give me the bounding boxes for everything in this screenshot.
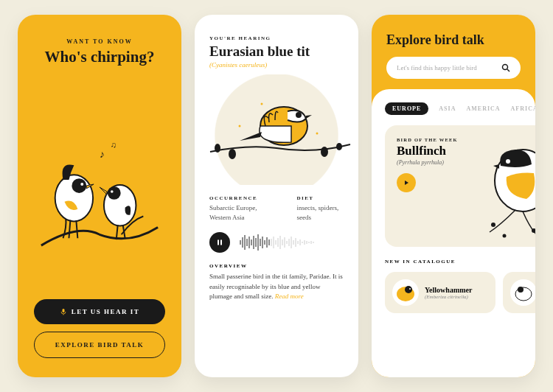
svg-point-11: [321, 147, 328, 157]
bird-thumbnail: [510, 279, 535, 306]
diet-label: DIET: [296, 195, 344, 201]
svg-point-1: [72, 178, 86, 193]
eyebrow: YOU'RE HEARING: [209, 35, 344, 41]
search-icon: [501, 63, 510, 72]
read-more-link[interactable]: Read more: [275, 293, 304, 300]
tab-europe[interactable]: EUROPE: [385, 102, 428, 115]
svg-rect-8: [62, 309, 64, 312]
birds-illustration: ♪ ♫: [34, 75, 165, 299]
svg-point-58: [491, 223, 495, 227]
play-icon: [403, 179, 410, 186]
screen-onboarding: WANT TO KNOW Who's chirping? ♪ ♫: [18, 15, 181, 377]
screen-explore: Explore bird talk Let's find this happy …: [372, 15, 535, 377]
bird-of-the-week-card[interactable]: BIRD OF THE WEEK Bullfinch (Pyrrhula pyr…: [385, 125, 535, 247]
svg-point-14: [296, 112, 302, 118]
listen-button-label: LET US HEAR IT: [72, 308, 140, 315]
pause-icon: [216, 239, 223, 246]
svg-point-17: [239, 125, 241, 127]
tab-africa[interactable]: AFRICA: [511, 102, 535, 115]
search-placeholder: Let's find this happy little bird: [397, 64, 477, 71]
mic-icon: [60, 308, 67, 315]
bird-name: Eurasian blue tit: [209, 43, 344, 60]
occurrence-value: Subarctic Europe, Western Asia: [209, 203, 277, 222]
svg-point-15: [261, 103, 263, 105]
card-scientific: (Emberiza citrinella): [425, 294, 472, 300]
bird-illustration: [195, 74, 358, 185]
tab-america[interactable]: AMERICA: [466, 102, 500, 115]
svg-rect-18: [218, 240, 219, 245]
svg-text:♫: ♫: [111, 140, 116, 149]
svg-point-54: [503, 65, 508, 70]
occurrence-label: OCCURRENCE: [209, 195, 277, 201]
svg-point-9: [215, 144, 220, 153]
tab-asia[interactable]: ASIA: [439, 102, 456, 115]
svg-point-60: [503, 234, 507, 238]
bird-thumbnail: [392, 279, 419, 306]
screen-now-playing: YOU'RE HEARING Eurasian blue tit (Cyanis…: [195, 15, 358, 377]
svg-point-57: [506, 159, 510, 164]
svg-point-5: [111, 190, 114, 193]
play-button[interactable]: [397, 173, 416, 192]
svg-point-16: [316, 133, 319, 135]
svg-text:♪: ♪: [100, 149, 105, 160]
diet-value: insects, spiders, seeds: [296, 203, 344, 222]
search-input[interactable]: Let's find this happy little bird: [386, 57, 521, 79]
svg-point-62: [405, 286, 412, 293]
svg-point-10: [229, 149, 236, 159]
pause-button[interactable]: [209, 232, 230, 253]
card-name: Yellowhammer: [425, 286, 472, 294]
catalogue-card[interactable]: [503, 272, 535, 313]
eyebrow: WANT TO KNOW: [66, 38, 132, 45]
page-title: Explore bird talk: [386, 32, 521, 48]
svg-line-55: [507, 69, 509, 71]
svg-point-63: [409, 288, 411, 290]
svg-point-4: [108, 186, 121, 200]
waveform[interactable]: [237, 233, 344, 252]
catalogue-card[interactable]: Yellowhammer (Emberiza citrinella): [385, 272, 495, 313]
svg-rect-19: [220, 240, 222, 245]
svg-point-65: [518, 287, 524, 293]
overview-text: Small passerine bird in the tit family, …: [209, 272, 344, 302]
region-tabs: EUROPE ASIA AMERICA AFRICA AUS: [385, 102, 535, 115]
scientific-name: (Cyanistes caeruleus): [209, 61, 344, 69]
explore-button[interactable]: EXPLORE BIRD TALK: [34, 332, 165, 358]
page-title: Who's chirping?: [45, 48, 155, 66]
overview-label: OVERVIEW: [209, 263, 344, 269]
new-catalogue-label: NEW IN CATALOGUE: [385, 259, 535, 265]
listen-button[interactable]: LET US HEAR IT: [34, 299, 165, 324]
bullfinch-illustration: [464, 129, 535, 247]
explore-button-label: EXPLORE BIRD TALK: [55, 341, 145, 349]
svg-point-2: [80, 183, 83, 186]
svg-point-12: [336, 143, 342, 150]
